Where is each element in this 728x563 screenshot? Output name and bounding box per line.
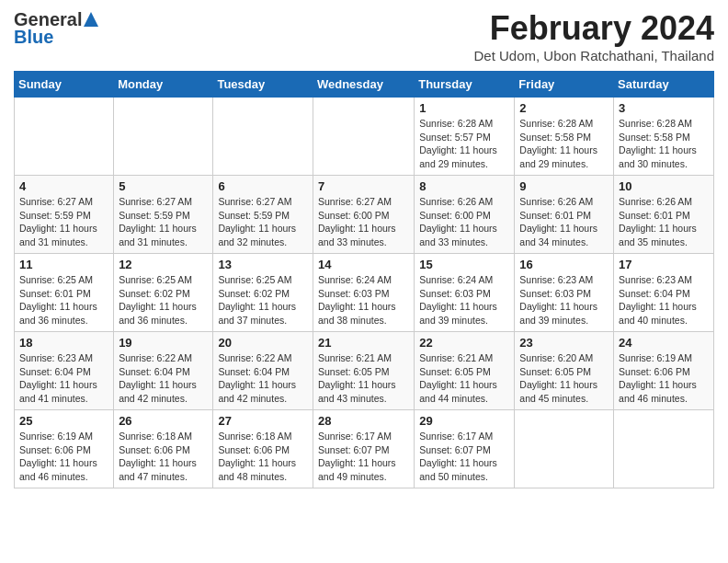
day-info: Sunrise: 6:21 AM Sunset: 6:05 PM Dayligh… bbox=[318, 351, 409, 406]
calendar-table: SundayMondayTuesdayWednesdayThursdayFrid… bbox=[14, 71, 714, 488]
day-number: 11 bbox=[19, 258, 108, 271]
day-of-week-header: Thursday bbox=[415, 72, 515, 98]
day-number: 25 bbox=[19, 414, 108, 428]
day-info: Sunrise: 6:28 AM Sunset: 5:58 PM Dayligh… bbox=[619, 117, 709, 171]
calendar-week-row: 25Sunrise: 6:19 AM Sunset: 6:06 PM Dayli… bbox=[15, 410, 714, 488]
location-title: Det Udom, Ubon Ratchathani, Thailand bbox=[473, 48, 714, 63]
day-info: Sunrise: 6:23 AM Sunset: 6:04 PM Dayligh… bbox=[19, 351, 108, 406]
day-info: Sunrise: 6:21 AM Sunset: 6:05 PM Dayligh… bbox=[419, 351, 509, 406]
day-number: 8 bbox=[419, 179, 509, 193]
calendar-cell: 16Sunrise: 6:23 AM Sunset: 6:03 PM Dayli… bbox=[515, 254, 614, 332]
day-info: Sunrise: 6:18 AM Sunset: 6:06 PM Dayligh… bbox=[119, 430, 208, 484]
calendar-cell: 6Sunrise: 6:27 AM Sunset: 5:59 PM Daylig… bbox=[213, 176, 313, 254]
day-number: 18 bbox=[19, 336, 108, 350]
calendar-week-row: 18Sunrise: 6:23 AM Sunset: 6:04 PM Dayli… bbox=[15, 332, 714, 410]
calendar-week-row: 4Sunrise: 6:27 AM Sunset: 5:59 PM Daylig… bbox=[15, 176, 714, 254]
calendar-cell: 4Sunrise: 6:27 AM Sunset: 5:59 PM Daylig… bbox=[15, 176, 114, 254]
day-number: 14 bbox=[318, 258, 409, 271]
day-info: Sunrise: 6:26 AM Sunset: 6:01 PM Dayligh… bbox=[519, 195, 609, 249]
day-of-week-header: Tuesday bbox=[213, 72, 313, 98]
day-info: Sunrise: 6:23 AM Sunset: 6:03 PM Dayligh… bbox=[519, 273, 609, 327]
day-number: 15 bbox=[419, 258, 509, 271]
day-number: 2 bbox=[519, 101, 609, 115]
day-info: Sunrise: 6:28 AM Sunset: 5:58 PM Dayligh… bbox=[519, 117, 609, 171]
day-number: 6 bbox=[218, 179, 308, 193]
calendar-cell: 14Sunrise: 6:24 AM Sunset: 6:03 PM Dayli… bbox=[313, 254, 414, 332]
calendar-cell: 1Sunrise: 6:28 AM Sunset: 5:57 PM Daylig… bbox=[415, 98, 515, 176]
day-number: 1 bbox=[419, 101, 509, 115]
day-info: Sunrise: 6:24 AM Sunset: 6:03 PM Dayligh… bbox=[419, 273, 509, 327]
calendar-cell bbox=[15, 98, 114, 176]
day-number: 16 bbox=[519, 258, 609, 271]
day-info: Sunrise: 6:25 AM Sunset: 6:02 PM Dayligh… bbox=[119, 273, 208, 327]
calendar-cell: 20Sunrise: 6:22 AM Sunset: 6:04 PM Dayli… bbox=[213, 332, 313, 410]
calendar-cell: 25Sunrise: 6:19 AM Sunset: 6:06 PM Dayli… bbox=[15, 410, 114, 488]
calendar-cell bbox=[313, 98, 414, 176]
day-number: 29 bbox=[419, 414, 509, 428]
calendar-cell: 7Sunrise: 6:27 AM Sunset: 6:00 PM Daylig… bbox=[313, 176, 414, 254]
day-info: Sunrise: 6:17 AM Sunset: 6:07 PM Dayligh… bbox=[419, 430, 509, 484]
day-info: Sunrise: 6:24 AM Sunset: 6:03 PM Dayligh… bbox=[318, 273, 409, 327]
day-number: 3 bbox=[619, 101, 709, 115]
day-number: 12 bbox=[119, 258, 208, 271]
day-info: Sunrise: 6:27 AM Sunset: 5:59 PM Dayligh… bbox=[119, 195, 208, 249]
calendar-cell: 24Sunrise: 6:19 AM Sunset: 6:06 PM Dayli… bbox=[614, 332, 714, 410]
day-info: Sunrise: 6:28 AM Sunset: 5:57 PM Dayligh… bbox=[419, 117, 509, 171]
page-header: General Blue February 2024 Det Udom, Ubo… bbox=[14, 9, 714, 63]
day-number: 4 bbox=[19, 179, 108, 193]
logo: General Blue bbox=[14, 9, 99, 48]
day-of-week-header: Monday bbox=[114, 72, 213, 98]
day-number: 23 bbox=[519, 336, 609, 350]
calendar-cell: 19Sunrise: 6:22 AM Sunset: 6:04 PM Dayli… bbox=[114, 332, 213, 410]
day-number: 13 bbox=[218, 258, 308, 271]
logo-blue-text: Blue bbox=[14, 27, 53, 48]
day-info: Sunrise: 6:27 AM Sunset: 5:59 PM Dayligh… bbox=[218, 195, 308, 249]
day-info: Sunrise: 6:22 AM Sunset: 6:04 PM Dayligh… bbox=[119, 351, 208, 406]
day-of-week-header: Sunday bbox=[15, 72, 114, 98]
calendar-cell: 26Sunrise: 6:18 AM Sunset: 6:06 PM Dayli… bbox=[114, 410, 213, 488]
day-number: 17 bbox=[619, 258, 709, 271]
calendar-cell: 11Sunrise: 6:25 AM Sunset: 6:01 PM Dayli… bbox=[15, 254, 114, 332]
day-number: 28 bbox=[318, 414, 409, 428]
day-info: Sunrise: 6:25 AM Sunset: 6:02 PM Dayligh… bbox=[218, 273, 308, 327]
calendar-cell: 12Sunrise: 6:25 AM Sunset: 6:02 PM Dayli… bbox=[114, 254, 213, 332]
calendar-cell bbox=[614, 410, 714, 488]
day-info: Sunrise: 6:26 AM Sunset: 6:01 PM Dayligh… bbox=[619, 195, 709, 249]
calendar-cell bbox=[515, 410, 614, 488]
calendar-cell: 9Sunrise: 6:26 AM Sunset: 6:01 PM Daylig… bbox=[515, 176, 614, 254]
calendar-cell: 13Sunrise: 6:25 AM Sunset: 6:02 PM Dayli… bbox=[213, 254, 313, 332]
calendar-cell: 22Sunrise: 6:21 AM Sunset: 6:05 PM Dayli… bbox=[415, 332, 515, 410]
calendar-cell: 23Sunrise: 6:20 AM Sunset: 6:05 PM Dayli… bbox=[515, 332, 614, 410]
calendar-cell: 15Sunrise: 6:24 AM Sunset: 6:03 PM Dayli… bbox=[415, 254, 515, 332]
day-info: Sunrise: 6:18 AM Sunset: 6:06 PM Dayligh… bbox=[218, 430, 308, 484]
day-info: Sunrise: 6:19 AM Sunset: 6:06 PM Dayligh… bbox=[619, 351, 709, 406]
day-number: 27 bbox=[218, 414, 308, 428]
calendar-cell: 21Sunrise: 6:21 AM Sunset: 6:05 PM Dayli… bbox=[313, 332, 414, 410]
day-number: 22 bbox=[419, 336, 509, 350]
day-info: Sunrise: 6:20 AM Sunset: 6:05 PM Dayligh… bbox=[519, 351, 609, 406]
day-info: Sunrise: 6:22 AM Sunset: 6:04 PM Dayligh… bbox=[218, 351, 308, 406]
day-number: 7 bbox=[318, 179, 409, 193]
title-area: February 2024 Det Udom, Ubon Ratchathani… bbox=[473, 9, 714, 63]
calendar-cell: 5Sunrise: 6:27 AM Sunset: 5:59 PM Daylig… bbox=[114, 176, 213, 254]
calendar-cell: 2Sunrise: 6:28 AM Sunset: 5:58 PM Daylig… bbox=[515, 98, 614, 176]
calendar-cell bbox=[114, 98, 213, 176]
calendar-week-row: 11Sunrise: 6:25 AM Sunset: 6:01 PM Dayli… bbox=[15, 254, 714, 332]
day-number: 10 bbox=[619, 179, 709, 193]
svg-marker-0 bbox=[84, 12, 98, 27]
calendar-cell: 10Sunrise: 6:26 AM Sunset: 6:01 PM Dayli… bbox=[614, 176, 714, 254]
day-info: Sunrise: 6:25 AM Sunset: 6:01 PM Dayligh… bbox=[19, 273, 108, 327]
day-number: 24 bbox=[619, 336, 709, 350]
day-info: Sunrise: 6:23 AM Sunset: 6:04 PM Dayligh… bbox=[619, 273, 709, 327]
day-info: Sunrise: 6:27 AM Sunset: 5:59 PM Dayligh… bbox=[19, 195, 108, 249]
day-number: 20 bbox=[218, 336, 308, 350]
day-of-week-header: Wednesday bbox=[313, 72, 414, 98]
calendar-cell: 28Sunrise: 6:17 AM Sunset: 6:07 PM Dayli… bbox=[313, 410, 414, 488]
calendar-cell bbox=[213, 98, 313, 176]
calendar-cell: 3Sunrise: 6:28 AM Sunset: 5:58 PM Daylig… bbox=[614, 98, 714, 176]
day-of-week-header: Friday bbox=[515, 72, 614, 98]
month-title: February 2024 bbox=[473, 9, 714, 48]
logo-icon bbox=[83, 11, 99, 28]
day-info: Sunrise: 6:27 AM Sunset: 6:00 PM Dayligh… bbox=[318, 195, 409, 249]
day-number: 9 bbox=[519, 179, 609, 193]
